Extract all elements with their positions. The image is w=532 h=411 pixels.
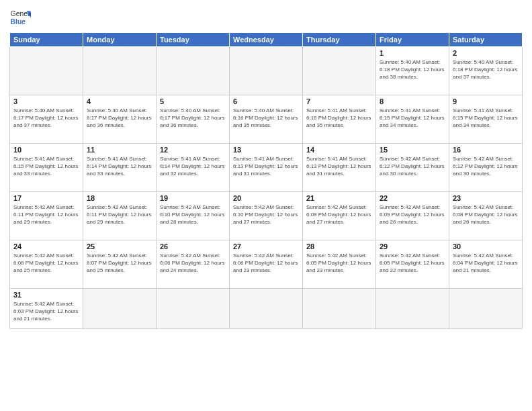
logo: General Blue	[9, 7, 31, 28]
calendar-cell	[303, 47, 376, 95]
calendar-cell: 27Sunrise: 5:42 AM Sunset: 6:06 PM Dayli…	[230, 240, 303, 289]
calendar-cell: 22Sunrise: 5:42 AM Sunset: 6:09 PM Dayli…	[376, 192, 449, 240]
page: General Blue SundayMondayTuesdayWednesda…	[0, 0, 532, 411]
day-number: 30	[453, 242, 519, 250]
day-info: Sunrise: 5:41 AM Sunset: 6:16 PM Dayligh…	[306, 107, 372, 130]
day-number: 7	[306, 97, 372, 105]
header: General Blue	[9, 7, 523, 28]
day-number: 26	[160, 242, 226, 250]
day-info: Sunrise: 5:41 AM Sunset: 6:15 PM Dayligh…	[453, 107, 519, 130]
day-info: Sunrise: 5:42 AM Sunset: 6:08 PM Dayligh…	[13, 252, 79, 275]
day-number: 14	[306, 146, 372, 154]
day-info: Sunrise: 5:40 AM Sunset: 6:17 PM Dayligh…	[160, 107, 226, 130]
calendar-cell	[376, 289, 449, 329]
day-info: Sunrise: 5:42 AM Sunset: 6:12 PM Dayligh…	[453, 155, 519, 178]
calendar-cell: 29Sunrise: 5:42 AM Sunset: 6:05 PM Dayli…	[376, 240, 449, 289]
calendar-cell: 7Sunrise: 5:41 AM Sunset: 6:16 PM Daylig…	[303, 95, 376, 144]
calendar-cell	[449, 289, 523, 329]
weekday-header-row: SundayMondayTuesdayWednesdayThursdayFrid…	[10, 33, 523, 47]
calendar-cell	[10, 47, 83, 95]
day-number: 9	[453, 97, 519, 105]
day-number: 1	[380, 49, 445, 57]
day-info: Sunrise: 5:40 AM Sunset: 6:16 PM Dayligh…	[233, 107, 299, 130]
day-info: Sunrise: 5:42 AM Sunset: 6:12 PM Dayligh…	[380, 155, 445, 178]
weekday-header-sunday: Sunday	[10, 33, 83, 47]
day-info: Sunrise: 5:41 AM Sunset: 6:15 PM Dayligh…	[380, 107, 445, 130]
calendar-cell: 17Sunrise: 5:42 AM Sunset: 6:11 PM Dayli…	[10, 192, 83, 240]
calendar-cell: 10Sunrise: 5:41 AM Sunset: 6:15 PM Dayli…	[10, 144, 83, 192]
day-number: 19	[160, 194, 226, 202]
day-info: Sunrise: 5:42 AM Sunset: 6:11 PM Dayligh…	[87, 203, 152, 226]
calendar-cell: 28Sunrise: 5:42 AM Sunset: 6:05 PM Dayli…	[303, 240, 376, 289]
calendar-cell: 15Sunrise: 5:42 AM Sunset: 6:12 PM Dayli…	[376, 144, 449, 192]
calendar-cell	[157, 289, 230, 329]
calendar-cell: 4Sunrise: 5:40 AM Sunset: 6:17 PM Daylig…	[83, 95, 157, 144]
calendar-cell: 16Sunrise: 5:42 AM Sunset: 6:12 PM Dayli…	[449, 144, 523, 192]
day-number: 15	[380, 146, 445, 154]
day-number: 2	[453, 49, 519, 57]
generalblue-logo-icon: General Blue	[9, 7, 31, 28]
day-info: Sunrise: 5:42 AM Sunset: 6:06 PM Dayligh…	[233, 252, 299, 275]
day-number: 13	[233, 146, 299, 154]
calendar-cell	[83, 289, 157, 329]
day-info: Sunrise: 5:42 AM Sunset: 6:09 PM Dayligh…	[306, 203, 372, 226]
calendar-cell	[83, 47, 157, 95]
day-number: 22	[380, 194, 445, 202]
day-info: Sunrise: 5:41 AM Sunset: 6:14 PM Dayligh…	[160, 155, 226, 178]
day-number: 8	[380, 97, 445, 105]
calendar-cell: 6Sunrise: 5:40 AM Sunset: 6:16 PM Daylig…	[230, 95, 303, 144]
calendar-cell	[230, 47, 303, 95]
calendar-cell: 12Sunrise: 5:41 AM Sunset: 6:14 PM Dayli…	[157, 144, 230, 192]
calendar-cell: 2Sunrise: 5:40 AM Sunset: 6:18 PM Daylig…	[449, 47, 523, 95]
day-info: Sunrise: 5:42 AM Sunset: 6:07 PM Dayligh…	[87, 252, 152, 275]
calendar-table: SundayMondayTuesdayWednesdayThursdayFrid…	[9, 32, 523, 329]
day-number: 3	[13, 97, 79, 105]
calendar-cell: 11Sunrise: 5:41 AM Sunset: 6:14 PM Dayli…	[83, 144, 157, 192]
day-number: 16	[453, 146, 519, 154]
day-info: Sunrise: 5:40 AM Sunset: 6:17 PM Dayligh…	[87, 107, 152, 130]
weekday-header-friday: Friday	[376, 33, 449, 47]
calendar-cell: 24Sunrise: 5:42 AM Sunset: 6:08 PM Dayli…	[10, 240, 83, 289]
day-info: Sunrise: 5:40 AM Sunset: 6:18 PM Dayligh…	[453, 58, 519, 81]
day-number: 10	[13, 146, 79, 154]
day-number: 24	[13, 242, 79, 250]
day-number: 25	[87, 242, 152, 250]
day-number: 4	[87, 97, 152, 105]
day-number: 21	[306, 194, 372, 202]
calendar-cell: 5Sunrise: 5:40 AM Sunset: 6:17 PM Daylig…	[157, 95, 230, 144]
calendar-cell	[303, 289, 376, 329]
calendar-cell: 14Sunrise: 5:41 AM Sunset: 6:13 PM Dayli…	[303, 144, 376, 192]
calendar-cell: 1Sunrise: 5:40 AM Sunset: 6:18 PM Daylig…	[376, 47, 449, 95]
day-number: 20	[233, 194, 299, 202]
calendar-cell: 31Sunrise: 5:42 AM Sunset: 6:03 PM Dayli…	[10, 289, 83, 329]
calendar-cell	[157, 47, 230, 95]
calendar-cell: 21Sunrise: 5:42 AM Sunset: 6:09 PM Dayli…	[303, 192, 376, 240]
weekday-header-saturday: Saturday	[449, 33, 523, 47]
day-info: Sunrise: 5:42 AM Sunset: 6:05 PM Dayligh…	[380, 252, 445, 275]
day-info: Sunrise: 5:42 AM Sunset: 6:11 PM Dayligh…	[13, 203, 79, 226]
calendar-cell: 8Sunrise: 5:41 AM Sunset: 6:15 PM Daylig…	[376, 95, 449, 144]
day-info: Sunrise: 5:42 AM Sunset: 6:09 PM Dayligh…	[380, 203, 445, 226]
day-info: Sunrise: 5:42 AM Sunset: 6:10 PM Dayligh…	[160, 203, 226, 226]
calendar-cell: 18Sunrise: 5:42 AM Sunset: 6:11 PM Dayli…	[83, 192, 157, 240]
day-info: Sunrise: 5:41 AM Sunset: 6:13 PM Dayligh…	[306, 155, 372, 178]
day-info: Sunrise: 5:42 AM Sunset: 6:04 PM Dayligh…	[453, 252, 519, 275]
day-number: 27	[233, 242, 299, 250]
calendar-cell: 26Sunrise: 5:42 AM Sunset: 6:06 PM Dayli…	[157, 240, 230, 289]
calendar-cell: 3Sunrise: 5:40 AM Sunset: 6:17 PM Daylig…	[10, 95, 83, 144]
day-info: Sunrise: 5:42 AM Sunset: 6:05 PM Dayligh…	[306, 252, 372, 275]
day-info: Sunrise: 5:40 AM Sunset: 6:18 PM Dayligh…	[380, 58, 445, 81]
calendar-cell: 19Sunrise: 5:42 AM Sunset: 6:10 PM Dayli…	[157, 192, 230, 240]
day-info: Sunrise: 5:41 AM Sunset: 6:15 PM Dayligh…	[13, 155, 79, 178]
day-number: 29	[380, 242, 445, 250]
day-number: 23	[453, 194, 519, 202]
calendar-cell: 13Sunrise: 5:41 AM Sunset: 6:13 PM Dayli…	[230, 144, 303, 192]
day-number: 12	[160, 146, 226, 154]
weekday-header-monday: Monday	[83, 33, 157, 47]
weekday-header-tuesday: Tuesday	[157, 33, 230, 47]
day-number: 18	[87, 194, 152, 202]
day-number: 28	[306, 242, 372, 250]
day-number: 6	[233, 97, 299, 105]
week-row-3: 10Sunrise: 5:41 AM Sunset: 6:15 PM Dayli…	[10, 144, 523, 192]
calendar-cell: 25Sunrise: 5:42 AM Sunset: 6:07 PM Dayli…	[83, 240, 157, 289]
